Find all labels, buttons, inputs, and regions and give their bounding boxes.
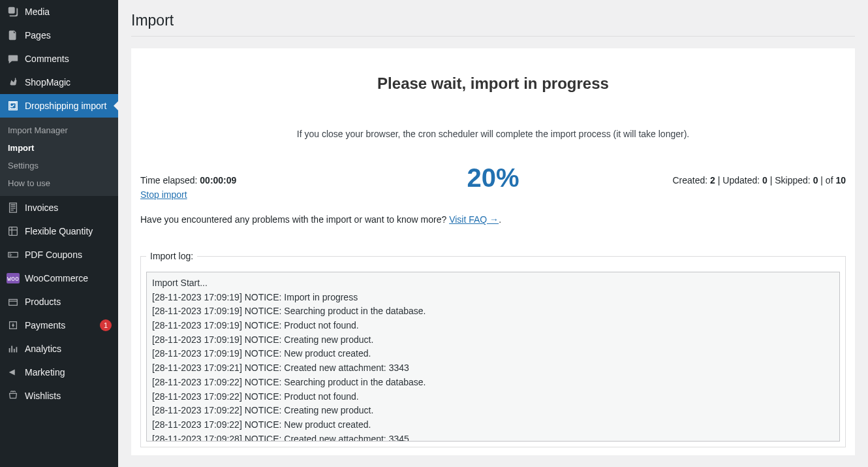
- sidebar-item-marketing[interactable]: Marketing: [0, 361, 118, 384]
- products-icon: [7, 295, 20, 308]
- created-value: 2: [710, 175, 715, 185]
- sidebar-item-payments[interactable]: Payments 1: [0, 314, 118, 337]
- sidebar-submenu: Import Manager Import Settings How to us…: [0, 118, 118, 196]
- submenu-label: How to use: [8, 178, 50, 188]
- status-left: Time elapsed: 00:00:09 Stop import: [140, 175, 380, 200]
- sep2: |: [767, 175, 775, 185]
- stop-import-link[interactable]: Stop import: [140, 189, 187, 200]
- close-browser-note: If you close your browser, the cron sche…: [139, 129, 847, 139]
- import-log-label: Import log:: [146, 251, 197, 261]
- sidebar-item-comments[interactable]: Comments: [0, 47, 118, 71]
- status-row: Time elapsed: 00:00:09 Stop import 20% C…: [139, 175, 847, 200]
- log-line: [28-11-2023 17:09:28] NOTICE: Created ne…: [152, 432, 834, 442]
- sidebar-item-label: Analytics: [25, 344, 112, 354]
- submenu-item-import-manager[interactable]: Import Manager: [0, 121, 118, 139]
- marketing-icon: [7, 366, 20, 379]
- faq-question: Have you encountered any problems with t…: [140, 214, 449, 225]
- updated-value: 0: [762, 175, 767, 185]
- analytics-icon: [7, 342, 20, 355]
- sidebar-item-wishlists[interactable]: Wishlists: [0, 384, 118, 408]
- import-progress-panel: Please wait, import in progress If you c…: [131, 48, 855, 455]
- sidebar-item-shopmagic[interactable]: ShopMagic: [0, 71, 118, 94]
- sidebar-item-label: Wishlists: [25, 391, 112, 401]
- sidebar-item-label: PDF Coupons: [25, 250, 112, 260]
- of-label: of: [826, 175, 836, 185]
- log-line: [28-11-2023 17:09:19] NOTICE: Import in …: [152, 291, 834, 305]
- page-title: Import: [131, 12, 855, 37]
- dropship-icon: [7, 99, 20, 112]
- submenu-item-import[interactable]: Import: [0, 139, 118, 157]
- woocommerce-icon: woo: [7, 272, 20, 285]
- sidebar-item-products[interactable]: Products: [0, 290, 118, 314]
- pages-icon: [7, 29, 20, 42]
- created-label: Created:: [673, 175, 711, 185]
- of-value: 10: [835, 175, 846, 185]
- sidebar-item-pages[interactable]: Pages: [0, 24, 118, 47]
- time-elapsed-label: Time elapsed:: [140, 175, 200, 185]
- submenu-label: Import: [8, 143, 34, 153]
- sidebar-item-label: Products: [25, 297, 112, 307]
- log-line: [28-11-2023 17:09:19] NOTICE: Searching …: [152, 304, 834, 319]
- sidebar-item-label: Dropshipping import: [25, 101, 112, 111]
- flexqty-icon: [7, 225, 20, 238]
- main-content: Import Please wait, import in progress I…: [118, 0, 868, 467]
- log-line: [28-11-2023 17:09:19] NOTICE: Product no…: [152, 319, 834, 333]
- faq-link[interactable]: Visit FAQ →: [449, 214, 499, 225]
- svg-rect-0: [9, 227, 18, 236]
- pdfcoupons-icon: [7, 248, 20, 261]
- comments-icon: [7, 52, 20, 65]
- log-line: [28-11-2023 17:09:22] NOTICE: Searching …: [152, 376, 834, 390]
- time-elapsed-value: 00:00:09: [200, 175, 236, 185]
- sidebar-item-dropshipping-import[interactable]: Dropshipping import: [0, 94, 118, 118]
- sidebar-item-label: Flexible Quantity: [25, 226, 112, 236]
- submenu-label: Import Manager: [8, 125, 68, 135]
- faq-row: Have you encountered any problems with t…: [139, 214, 847, 225]
- updated-label: Updated:: [722, 175, 762, 185]
- sidebar-item-flexible-quantity[interactable]: Flexible Quantity: [0, 219, 118, 243]
- log-line: [28-11-2023 17:09:19] NOTICE: New produc…: [152, 347, 834, 361]
- sidebar-item-label: Comments: [25, 54, 112, 64]
- progress-percent: 20%: [467, 163, 519, 193]
- sidebar-item-label: Pages: [25, 30, 112, 40]
- sidebar-item-label: Media: [25, 7, 112, 17]
- svg-rect-1: [9, 299, 18, 305]
- status-right: Created: 2 | Updated: 0 | Skipped: 0 | o…: [606, 175, 846, 185]
- sidebar-item-woocommerce[interactable]: woo WooCommerce: [0, 266, 118, 290]
- log-line: [28-11-2023 17:09:22] NOTICE: Product no…: [152, 390, 834, 404]
- import-log-area[interactable]: Import Start...[28-11-2023 17:09:19] NOT…: [146, 272, 840, 442]
- sidebar-item-label: Payments: [25, 320, 96, 330]
- payments-icon: [7, 319, 20, 332]
- invoices-icon: [7, 201, 20, 214]
- wishlists-icon: [7, 389, 20, 402]
- log-line: [28-11-2023 17:09:22] NOTICE: New produc…: [152, 418, 834, 432]
- sep1: |: [715, 175, 722, 185]
- submenu-item-settings[interactable]: Settings: [0, 157, 118, 174]
- sidebar-item-label: ShopMagic: [25, 77, 112, 88]
- sidebar-item-media[interactable]: Media: [0, 0, 118, 24]
- sidebar-item-invoices[interactable]: Invoices: [0, 196, 118, 219]
- log-line: Import Start...: [152, 276, 834, 291]
- import-log-fieldset: Import log: Import Start...[28-11-2023 1…: [140, 251, 846, 447]
- faq-period: .: [499, 214, 501, 225]
- log-line: [28-11-2023 17:09:19] NOTICE: Creating n…: [152, 333, 834, 347]
- progress-title: Please wait, import in progress: [139, 74, 847, 93]
- payments-badge: 1: [100, 319, 112, 331]
- sidebar-item-pdf-coupons[interactable]: PDF Coupons: [0, 243, 118, 266]
- skipped-label: Skipped:: [775, 175, 813, 185]
- sep3: |: [818, 175, 825, 185]
- sidebar-item-label: Invoices: [25, 202, 112, 213]
- shopmagic-icon: [7, 76, 20, 89]
- sidebar-item-label: Marketing: [25, 367, 112, 378]
- log-line: [28-11-2023 17:09:21] NOTICE: Created ne…: [152, 361, 834, 376]
- admin-sidebar: Media Pages Comments ShopMagic Dropshipp…: [0, 0, 118, 467]
- submenu-label: Settings: [8, 161, 39, 170]
- sidebar-item-analytics[interactable]: Analytics: [0, 337, 118, 361]
- submenu-item-how-to-use[interactable]: How to use: [0, 174, 118, 192]
- log-line: [28-11-2023 17:09:22] NOTICE: Creating n…: [152, 404, 834, 418]
- sidebar-item-label: WooCommerce: [25, 273, 112, 283]
- media-icon: [7, 5, 20, 18]
